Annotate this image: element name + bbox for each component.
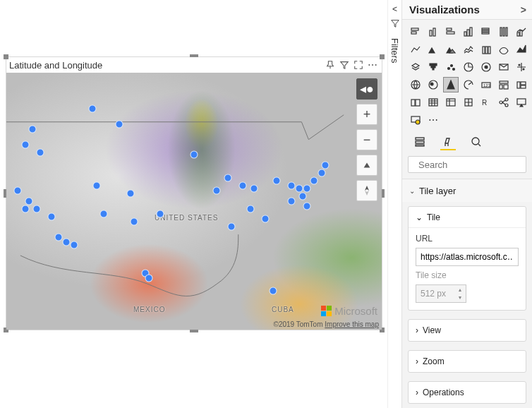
data-point[interactable] — [224, 174, 231, 182]
format-search[interactable] — [408, 156, 526, 173]
improve-map-link[interactable]: Improve this map — [325, 320, 379, 328]
data-point[interactable] — [250, 184, 258, 192]
data-point[interactable] — [25, 198, 32, 205]
viz-type-icon[interactable] — [461, 95, 476, 110]
data-point[interactable] — [145, 275, 153, 282]
data-point[interactable] — [13, 187, 21, 195]
viz-type-icon[interactable] — [514, 59, 529, 75]
resize-handle[interactable] — [4, 54, 8, 59]
data-point[interactable] — [157, 210, 164, 218]
viz-type-icon[interactable] — [514, 24, 529, 40]
viz-type-icon[interactable] — [425, 24, 441, 40]
viz-type-icon[interactable] — [514, 42, 529, 57]
view-card[interactable]: ›View — [409, 320, 526, 341]
data-point[interactable] — [273, 176, 281, 184]
pin-icon[interactable] — [324, 59, 337, 71]
analytics-tab[interactable] — [468, 135, 484, 150]
tile-layer-section[interactable]: ⌄ Tile layer — [402, 179, 532, 202]
viz-type-icon[interactable]: 123 — [478, 77, 494, 92]
map-body[interactable]: UNITED STATES MEXICO CUBA ◂● + − Microso… — [6, 73, 382, 330]
resize-handle[interactable] — [190, 330, 198, 332]
viz-type-icon[interactable] — [443, 24, 459, 40]
tile-card-header[interactable]: ⌄ Tile — [409, 207, 526, 228]
data-point[interactable] — [299, 192, 307, 200]
zoom-out-button[interactable]: − — [356, 129, 377, 150]
resize-handle[interactable] — [380, 54, 385, 59]
data-point[interactable] — [100, 210, 108, 218]
data-point[interactable] — [36, 148, 44, 156]
focus-icon[interactable] — [352, 59, 365, 71]
pitch-button[interactable] — [356, 155, 377, 176]
data-point[interactable] — [55, 233, 63, 241]
tile-url-input[interactable] — [416, 248, 519, 266]
data-point[interactable] — [191, 151, 198, 159]
zoom-in-button[interactable]: + — [356, 104, 377, 125]
data-point[interactable] — [246, 205, 254, 212]
filter-icon[interactable] — [338, 59, 351, 71]
expand-pane-icon[interactable]: > — [521, 4, 526, 16]
data-point[interactable] — [29, 126, 37, 133]
viz-type-icon[interactable] — [478, 24, 494, 40]
viz-type-icon[interactable] — [461, 59, 476, 75]
data-point[interactable] — [295, 184, 303, 192]
data-point[interactable] — [228, 223, 236, 231]
data-point[interactable] — [32, 205, 40, 212]
viz-type-icon[interactable] — [496, 24, 512, 40]
viz-type-icon[interactable] — [443, 95, 459, 110]
viz-type-icon[interactable] — [478, 42, 494, 57]
viz-type-icon[interactable] — [408, 42, 423, 57]
data-point[interactable] — [303, 184, 310, 192]
data-point[interactable] — [262, 215, 270, 223]
compass-button[interactable] — [356, 180, 377, 201]
data-point[interactable] — [322, 162, 330, 169]
viz-type-icon[interactable] — [496, 77, 512, 92]
data-point[interactable] — [239, 182, 247, 190]
data-point[interactable] — [70, 241, 78, 248]
viz-type-icon[interactable] — [496, 95, 512, 110]
resize-handle[interactable] — [190, 54, 198, 57]
viz-type-icon[interactable]: R — [478, 95, 494, 110]
viz-type-icon[interactable] — [514, 77, 529, 92]
viz-type-icon[interactable] — [408, 77, 423, 92]
viz-type-icon[interactable] — [425, 59, 441, 75]
viz-type-icon[interactable] — [443, 59, 459, 75]
viz-type-icon[interactable] — [425, 42, 441, 57]
viz-type-icon[interactable] — [443, 77, 459, 92]
data-point[interactable] — [130, 218, 138, 226]
filters-pane-collapsed[interactable]: < Filters — [387, 0, 401, 408]
data-point[interactable] — [92, 182, 100, 190]
viz-type-icon[interactable] — [461, 42, 476, 57]
viz-type-icon[interactable] — [496, 59, 512, 75]
data-point[interactable] — [89, 104, 97, 112]
data-point[interactable] — [318, 169, 325, 176]
data-point[interactable] — [288, 198, 296, 205]
viz-type-icon[interactable] — [478, 59, 494, 75]
map-visual[interactable]: Latitude and Longitude ⋯ UNITED STATES M… — [6, 56, 382, 330]
search-input[interactable] — [418, 160, 532, 170]
fields-tab[interactable] — [412, 135, 428, 150]
data-point[interactable] — [269, 287, 277, 295]
data-point[interactable] — [310, 176, 318, 184]
viz-type-icon[interactable] — [496, 42, 512, 57]
data-point[interactable] — [126, 190, 134, 198]
expand-filters-icon[interactable]: < — [392, 4, 397, 14]
data-point[interactable] — [212, 187, 220, 195]
viz-type-icon[interactable]: ⋯ — [425, 112, 441, 128]
viz-type-icon[interactable] — [425, 95, 441, 110]
data-point[interactable] — [21, 205, 29, 212]
report-canvas[interactable]: Latitude and Longitude ⋯ UNITED STATES M… — [0, 0, 387, 408]
viz-type-icon[interactable] — [408, 24, 423, 40]
viz-type-icon[interactable] — [408, 59, 423, 75]
zoom-card[interactable]: ›Zoom — [409, 351, 526, 372]
map-location-button[interactable]: ◂● — [356, 78, 377, 100]
viz-type-icon[interactable] — [408, 112, 423, 128]
data-point[interactable] — [21, 140, 29, 148]
viz-type-icon[interactable] — [408, 95, 423, 110]
data-point[interactable] — [288, 182, 296, 190]
data-point[interactable] — [303, 203, 310, 210]
viz-type-icon[interactable] — [461, 77, 476, 92]
data-point[interactable] — [63, 239, 71, 246]
format-tab[interactable] — [440, 135, 456, 150]
viz-type-icon[interactable] — [425, 77, 441, 92]
data-point[interactable] — [47, 212, 55, 220]
